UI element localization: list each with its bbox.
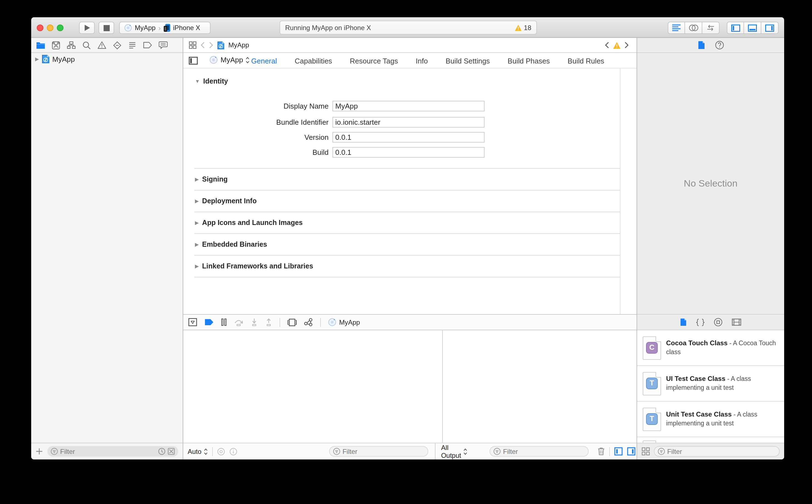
console-view[interactable] <box>443 330 637 443</box>
console-filter-field[interactable] <box>490 446 589 457</box>
report-navigator-icon[interactable] <box>159 41 168 49</box>
minimize-window-button[interactable] <box>47 25 53 31</box>
breakpoint-navigator-icon[interactable] <box>143 42 152 48</box>
back-chevron-icon[interactable] <box>200 42 205 48</box>
version-input[interactable] <box>332 132 485 143</box>
toggle-navigator-button[interactable] <box>727 22 744 34</box>
symbol-navigator-icon[interactable] <box>67 41 76 49</box>
version-row: Version <box>183 132 495 143</box>
disclosure-triangle-icon[interactable]: ▶ <box>195 220 199 225</box>
tab-build-phases[interactable]: Build Phases <box>508 57 550 65</box>
variables-filter-field[interactable] <box>329 446 428 457</box>
file-template-library-icon[interactable] <box>680 318 687 326</box>
previous-issue-icon[interactable] <box>605 42 609 48</box>
console-scope-popup[interactable]: All Output <box>441 444 468 459</box>
targets-sidebar-toggle-icon[interactable] <box>189 57 198 65</box>
step-into-icon[interactable] <box>251 318 258 326</box>
library-filter-input[interactable] <box>667 447 776 455</box>
forward-chevron-icon[interactable] <box>209 42 213 48</box>
tab-info[interactable]: Info <box>416 57 428 65</box>
quick-help-inspector-icon[interactable] <box>715 41 724 50</box>
project-outline-row[interactable]: ▶ MyApp <box>31 53 183 65</box>
next-issue-icon[interactable] <box>624 42 629 48</box>
build-row: Build <box>183 147 495 158</box>
app-icons-section-header[interactable]: ▶ App Icons and Launch Images <box>195 212 303 233</box>
tab-build-rules[interactable]: Build Rules <box>568 57 604 65</box>
library-item-partial[interactable] <box>637 437 784 443</box>
stop-button[interactable] <box>99 22 114 34</box>
library-item-cocoa-touch-class[interactable]: C Cocoa Touch Class - A Cocoa Touch clas… <box>637 330 784 366</box>
show-variables-view-toggle[interactable] <box>614 447 623 456</box>
media-library-icon[interactable] <box>732 319 741 326</box>
variables-view[interactable] <box>183 330 443 443</box>
library-item-title: UI Test Case Class <box>666 375 725 383</box>
disclosure-triangle-icon[interactable]: ▶ <box>35 56 39 62</box>
jump-bar-item[interactable]: MyApp <box>228 41 249 49</box>
run-button[interactable] <box>79 22 95 34</box>
source-control-status-icon[interactable] <box>168 448 175 455</box>
pause-icon[interactable] <box>221 319 227 326</box>
deployment-info-section-header[interactable]: ▶ Deployment Info <box>195 190 257 212</box>
memory-graph-debugger-icon[interactable] <box>304 318 313 326</box>
toggle-debug-area-button[interactable] <box>744 22 761 34</box>
close-window-button[interactable] <box>37 25 43 31</box>
library-item-ui-test-case-class[interactable]: T UI Test Case Class - A class implement… <box>637 366 784 402</box>
tab-resource-tags[interactable]: Resource Tags <box>350 57 398 65</box>
issue-navigator-icon[interactable] <box>97 41 106 49</box>
recents-clock-icon[interactable] <box>158 448 165 455</box>
identity-section-header[interactable]: ▼ Identity <box>195 77 228 85</box>
search-navigator-icon[interactable] <box>82 41 91 49</box>
source-control-navigator-icon[interactable] <box>52 41 60 49</box>
activity-viewer[interactable]: Running MyApp on iPhone X 18 <box>280 21 537 35</box>
bundle-identifier-input[interactable] <box>332 117 485 128</box>
variables-scope-label: Auto <box>188 447 201 455</box>
step-out-icon[interactable] <box>265 318 272 326</box>
project-navigator-icon[interactable] <box>36 41 45 49</box>
code-snippet-library-icon[interactable] <box>696 318 705 326</box>
signing-section-header[interactable]: ▶ Signing <box>195 168 228 190</box>
disclosure-triangle-icon[interactable]: ▶ <box>195 176 199 182</box>
assistant-editor-button[interactable] <box>685 22 702 34</box>
object-library-icon[interactable] <box>714 318 722 326</box>
breakpoints-toggle-icon[interactable] <box>204 319 214 326</box>
disclosure-triangle-icon[interactable]: ▶ <box>195 241 199 247</box>
file-inspector-icon[interactable] <box>698 41 705 50</box>
disclosure-triangle-icon[interactable]: ▶ <box>195 263 199 269</box>
navigator-filter-input[interactable] <box>60 447 156 455</box>
step-over-icon[interactable] <box>234 318 243 326</box>
info-icon[interactable] <box>229 447 237 455</box>
add-button[interactable] <box>36 448 43 455</box>
linked-frameworks-section-header[interactable]: ▶ Linked Frameworks and Libraries <box>195 255 313 277</box>
related-items-icon[interactable] <box>189 41 197 49</box>
hide-debug-area-icon[interactable] <box>188 318 197 326</box>
library-item-unit-test-case-class[interactable]: T Unit Test Case Class - A class impleme… <box>637 402 784 437</box>
version-editor-button[interactable] <box>702 22 720 34</box>
embedded-binaries-section-header[interactable]: ▶ Embedded Binaries <box>195 233 267 255</box>
clear-console-trash-icon[interactable] <box>598 447 605 456</box>
disclosure-triangle-icon[interactable]: ▶ <box>195 198 199 204</box>
library-filter-field[interactable] <box>654 446 780 457</box>
target-selector[interactable]: MyApp <box>209 56 250 64</box>
disclosure-triangle-icon[interactable]: ▼ <box>195 79 200 84</box>
scheme-selector[interactable]: MyApp › iPhone X <box>119 22 211 34</box>
test-navigator-icon[interactable] <box>113 41 121 49</box>
warning-icon[interactable] <box>613 41 621 49</box>
library-grid-view-icon[interactable] <box>642 447 650 456</box>
debug-process-selector[interactable]: MyApp <box>328 318 360 326</box>
variables-scope-popup[interactable]: Auto <box>188 447 207 455</box>
standard-editor-button[interactable] <box>668 22 685 34</box>
console-filter-input[interactable] <box>503 447 585 455</box>
show-view-icon[interactable] <box>217 447 225 455</box>
display-name-input[interactable] <box>332 101 485 111</box>
zoom-window-button[interactable] <box>57 25 63 31</box>
debug-navigator-icon[interactable] <box>128 41 136 49</box>
view-hierarchy-debugger-icon[interactable] <box>287 318 297 326</box>
show-console-view-toggle[interactable] <box>627 447 635 456</box>
variables-filter-input[interactable] <box>343 447 424 455</box>
tab-build-settings[interactable]: Build Settings <box>446 57 490 65</box>
tab-capabilities[interactable]: Capabilities <box>295 57 332 65</box>
toggle-utilities-button[interactable] <box>761 22 779 34</box>
tab-general[interactable]: General <box>251 57 277 65</box>
build-input[interactable] <box>332 147 485 158</box>
navigator-filter-field[interactable] <box>47 446 178 457</box>
